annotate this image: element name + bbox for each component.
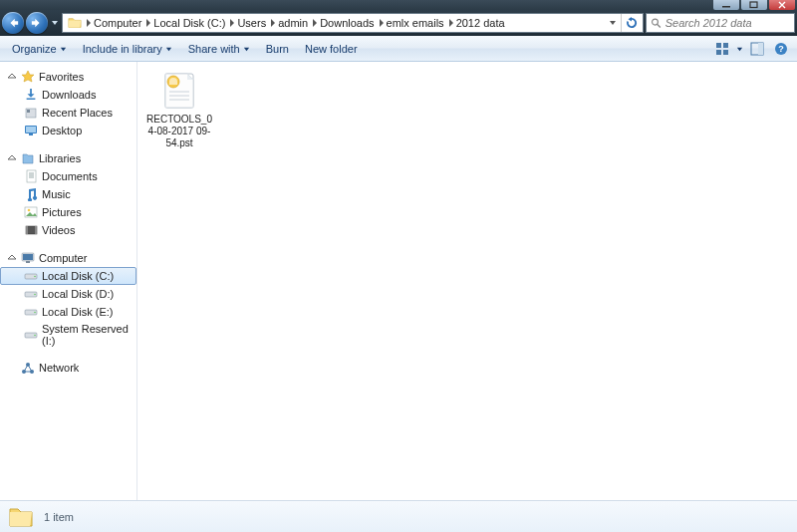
- tree-group-computer: Computer Local Disk (C:) Local Disk (D:)…: [0, 249, 136, 349]
- tree-header-libraries[interactable]: Libraries: [0, 149, 136, 167]
- organize-button[interactable]: Organize: [6, 40, 73, 58]
- sidebar-item-drive-d[interactable]: Local Disk (D:): [0, 285, 136, 303]
- sidebar-item-music[interactable]: Music: [0, 185, 136, 203]
- sidebar-item-drive-e[interactable]: Local Disk (E:): [0, 303, 136, 321]
- search-input[interactable]: [665, 17, 790, 29]
- breadcrumb-item-2012data[interactable]: 2012 data: [453, 14, 508, 32]
- status-count: 1 item: [44, 511, 74, 523]
- drive-icon: [24, 287, 38, 301]
- folder-icon: [8, 504, 34, 530]
- svg-rect-39: [750, 2, 757, 8]
- libraries-icon: [21, 151, 35, 165]
- videos-icon: [24, 223, 38, 237]
- breadcrumb[interactable]: Computer Local Disk (C:) Users admin Dow…: [62, 13, 644, 33]
- sidebar-item-label: Pictures: [42, 206, 82, 218]
- computer-icon: [21, 251, 35, 265]
- sidebar-item-videos[interactable]: Videos: [0, 221, 136, 239]
- breadcrumb-label: Users: [237, 17, 266, 29]
- drive-icon: [24, 305, 38, 319]
- close-button[interactable]: [769, 0, 795, 10]
- file-item[interactable]: RECTOOLS_04-08-2017 09-54.pst: [145, 70, 213, 149]
- search-box[interactable]: [646, 13, 795, 33]
- tree-header-label: Libraries: [39, 152, 81, 164]
- tree-header-label: Favorites: [39, 71, 84, 83]
- toolbar: Organize Include in library Share with B…: [0, 36, 797, 62]
- drive-icon: [24, 328, 38, 342]
- sidebar-item-desktop[interactable]: Desktop: [0, 122, 136, 139]
- drive-icon: [24, 269, 38, 283]
- minimize-button[interactable]: [713, 0, 739, 10]
- status-bar: 1 item: [0, 500, 797, 532]
- search-icon: [651, 17, 662, 29]
- tree-header-favorites[interactable]: Favorites: [0, 68, 136, 86]
- sidebar-item-documents[interactable]: Documents: [0, 167, 136, 185]
- new-folder-button[interactable]: New folder: [299, 40, 364, 58]
- chevron-down-icon: [165, 43, 172, 55]
- breadcrumb-label: Computer: [94, 17, 141, 29]
- toolbar-label: Include in library: [83, 43, 162, 55]
- view-options-button[interactable]: [712, 39, 732, 59]
- sidebar-item-label: Music: [42, 188, 71, 200]
- breadcrumb-item-emlx[interactable]: emlx emails: [384, 14, 447, 32]
- sidebar-item-label: Local Disk (E:): [42, 306, 114, 318]
- star-icon: [21, 70, 35, 84]
- sidebar-item-label: Local Disk (C:): [42, 270, 114, 282]
- breadcrumb-item-downloads[interactable]: Downloads: [317, 14, 377, 32]
- file-name-label: RECTOOLS_04-08-2017 09-54.pst: [145, 114, 213, 149]
- music-icon: [24, 187, 38, 201]
- breadcrumb-item-users[interactable]: Users: [234, 14, 269, 32]
- nav-history-dropdown[interactable]: [50, 12, 60, 34]
- collapse-icon: [8, 154, 17, 163]
- sidebar-item-label: System Reserved (I:): [42, 323, 133, 347]
- burn-button[interactable]: Burn: [260, 40, 295, 58]
- chevron-down-icon: [243, 43, 250, 55]
- breadcrumb-item-c[interactable]: Local Disk (C:): [150, 14, 228, 32]
- breadcrumb-label: Downloads: [320, 17, 374, 29]
- sidebar-item-label: Recent Places: [42, 107, 113, 119]
- tree-header-label: Computer: [39, 252, 87, 264]
- collapse-icon: [8, 73, 17, 82]
- sidebar-item-pictures[interactable]: Pictures: [0, 203, 136, 221]
- chevron-down-icon[interactable]: [736, 43, 743, 55]
- sidebar-item-label: Documents: [42, 170, 98, 182]
- sidebar-item-label: Downloads: [42, 89, 96, 101]
- breadcrumb-item-computer[interactable]: Computer: [91, 14, 144, 32]
- tree-header-network[interactable]: Network: [0, 359, 136, 377]
- navigation-pane: Favorites Downloads Recent Places Deskto…: [0, 62, 137, 500]
- breadcrumb-label: 2012 data: [456, 17, 505, 29]
- toolbar-label: New folder: [305, 43, 358, 55]
- address-bar-row: Computer Local Disk (C:) Users admin Dow…: [0, 10, 797, 36]
- breadcrumb-item-admin[interactable]: admin: [275, 14, 311, 32]
- breadcrumb-dropdown[interactable]: [605, 19, 621, 27]
- help-button[interactable]: [771, 39, 791, 59]
- include-library-button[interactable]: Include in library: [77, 40, 178, 58]
- breadcrumb-label: admin: [278, 17, 308, 29]
- sidebar-item-label: Videos: [42, 224, 75, 236]
- sidebar-item-drive-c[interactable]: Local Disk (C:): [0, 267, 136, 285]
- svg-rect-38: [722, 6, 730, 8]
- sidebar-item-label: Desktop: [42, 125, 82, 136]
- toolbar-label: Share with: [188, 43, 240, 55]
- maximize-button[interactable]: [741, 0, 767, 10]
- folder-icon: [68, 16, 82, 30]
- window-titlebar: [0, 0, 797, 10]
- sidebar-item-drive-i[interactable]: System Reserved (I:): [0, 321, 136, 349]
- desktop-icon: [24, 124, 38, 137]
- tree-header-label: Network: [39, 362, 79, 374]
- breadcrumb-label: emlx emails: [387, 17, 444, 29]
- breadcrumb-label: Local Disk (C:): [153, 17, 225, 29]
- refresh-button[interactable]: [621, 13, 641, 33]
- share-with-button[interactable]: Share with: [182, 40, 256, 58]
- sidebar-item-downloads[interactable]: Downloads: [0, 86, 136, 104]
- nav-forward-button[interactable]: [26, 12, 48, 34]
- pictures-icon: [24, 205, 38, 219]
- pst-file-icon: [158, 70, 200, 112]
- tree-header-computer[interactable]: Computer: [0, 249, 136, 267]
- toolbar-label: Burn: [266, 43, 289, 55]
- download-icon: [24, 88, 38, 102]
- nav-back-button[interactable]: [2, 12, 24, 34]
- preview-pane-button[interactable]: [747, 39, 767, 59]
- sidebar-item-recent-places[interactable]: Recent Places: [0, 104, 136, 122]
- file-list[interactable]: RECTOOLS_04-08-2017 09-54.pst: [137, 62, 797, 500]
- collapse-icon: [8, 254, 17, 263]
